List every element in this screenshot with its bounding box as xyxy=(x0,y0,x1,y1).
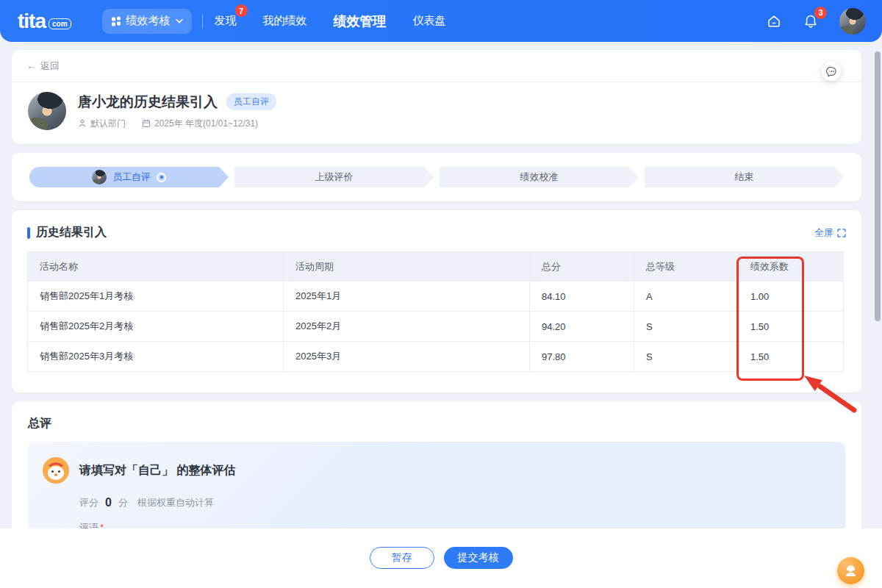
chevron-down-icon xyxy=(176,18,183,24)
history-results-table: 活动名称 活动周期 总分 总等级 绩效系数 销售部2025年1月考核 2025年… xyxy=(27,251,844,372)
back-button[interactable]: ← 返回 xyxy=(26,60,60,73)
score-row: 评分 0 分 根据权重自动计算 xyxy=(79,496,831,509)
score-label: 评分 xyxy=(79,496,98,509)
table-header-row: 活动名称 活动周期 总分 总等级 绩效系数 xyxy=(28,252,844,282)
app-switcher-label: 绩效考核 xyxy=(126,14,171,28)
mascot-icon xyxy=(43,457,69,484)
current-step-radio-icon xyxy=(157,173,166,182)
notifications-bell-icon[interactable]: 3 xyxy=(803,13,819,29)
overall-review-card: 总评 请填写对「自己」 的整体评估 评分 0 分 根据权重自动计算 评语* xyxy=(12,401,861,548)
chat-bubble-icon xyxy=(826,66,837,77)
header-divider xyxy=(202,14,203,29)
score-note: 根据权重自动计算 xyxy=(137,496,214,509)
col-performance-coefficient: 绩效系数 xyxy=(739,252,844,282)
period-meta: 2025年 年度(01/01~12/31) xyxy=(142,118,258,130)
nav-item-performance-management[interactable]: 绩效管理 xyxy=(334,12,387,30)
user-avatar[interactable] xyxy=(839,8,866,35)
step-self-evaluation[interactable]: 员工自评 xyxy=(29,167,229,187)
notifications-badge: 3 xyxy=(814,7,827,19)
home-icon[interactable] xyxy=(766,13,782,29)
profile-row: 唐小龙的历史结果引入 员工自评 默认部门 2025年 年度(01/01~12/3… xyxy=(12,82,861,130)
status-badge: 员工自评 xyxy=(226,93,276,110)
col-activity-period: 活动周期 xyxy=(284,252,530,282)
action-footer: 暂存 提交考核 xyxy=(0,528,882,588)
score-unit: 分 xyxy=(118,496,128,509)
save-draft-button[interactable]: 暂存 xyxy=(370,547,434,569)
top-navbar: tita com 绩效考核 发现 7 我的绩效 绩效管理 仪表盘 xyxy=(0,0,882,42)
header-right: 3 xyxy=(766,8,866,35)
meta-line: 默认部门 2025年 年度(01/01~12/31) xyxy=(78,118,276,130)
tita-logo[interactable]: tita com xyxy=(18,10,71,32)
title-accent-bar xyxy=(27,227,30,239)
step-finish[interactable]: 结束 xyxy=(645,167,844,187)
feedback-chat-button[interactable] xyxy=(822,62,841,81)
vertical-scrollbar-thumb[interactable] xyxy=(875,51,881,321)
evaluation-prompt: 请填写对「自己」 的整体评估 xyxy=(79,463,235,478)
back-row: ← 返回 xyxy=(12,50,861,82)
department-meta: 默认部门 xyxy=(78,118,126,130)
step-calibration[interactable]: 绩效校准 xyxy=(440,167,639,187)
app-switcher-button[interactable]: 绩效考核 xyxy=(102,9,192,34)
customer-support-button[interactable] xyxy=(837,557,864,584)
history-section-title: 历史结果引入 xyxy=(27,225,107,240)
col-activity-name: 活动名称 xyxy=(28,252,284,282)
table-row: 销售部2025年1月考核 2025年1月 84.10 A 1.00 xyxy=(28,282,844,312)
calendar-icon xyxy=(142,119,151,128)
nav-item-my-performance[interactable]: 我的绩效 xyxy=(263,14,307,28)
fullscreen-button[interactable]: 全屏 xyxy=(814,226,846,240)
discover-badge: 7 xyxy=(235,4,248,17)
workflow-steps: 员工自评 上级评价 绩效校准 结束 xyxy=(29,167,844,187)
step-manager-review[interactable]: 上级评价 xyxy=(234,167,434,187)
headset-icon xyxy=(843,563,858,578)
back-arrow-icon: ← xyxy=(26,60,36,71)
submit-review-button[interactable]: 提交考核 xyxy=(444,547,513,569)
summary-section-title: 总评 xyxy=(28,416,845,431)
back-label: 返回 xyxy=(40,60,60,73)
nav-item-dashboard[interactable]: 仪表盘 xyxy=(413,14,446,28)
table-row: 销售部2025年2月考核 2025年2月 94.20 S 1.50 xyxy=(28,312,844,342)
score-value: 0 xyxy=(105,496,112,509)
org-icon xyxy=(78,119,87,128)
step-avatar xyxy=(92,170,107,184)
page-title: 唐小龙的历史结果引入 xyxy=(78,93,218,112)
profile-card: ← 返回 唐小龙的历史结果引入 员工自评 默认部门 xyxy=(12,50,861,144)
logo-suffix: com xyxy=(49,18,71,29)
grid-icon xyxy=(111,16,121,26)
main-nav: 发现 7 我的绩效 绩效管理 仪表盘 xyxy=(215,12,446,30)
table-row: 销售部2025年3月考核 2025年3月 97.80 S 1.50 xyxy=(28,342,844,372)
workflow-stepper-card: 员工自评 上级评价 绩效校准 结束 xyxy=(12,153,861,201)
col-total-score: 总分 xyxy=(530,252,634,282)
profile-info: 唐小龙的历史结果引入 员工自评 默认部门 2025年 年度(01/01~12/3… xyxy=(78,93,276,130)
history-results-card: 历史结果引入 全屏 活动名称 活动周期 总分 总等级 绩效系数 销售部2025年… xyxy=(12,210,861,392)
fullscreen-icon xyxy=(837,229,846,237)
col-total-grade: 总等级 xyxy=(634,252,739,282)
logo-text: tita xyxy=(18,10,46,32)
nav-item-discover[interactable]: 发现 7 xyxy=(215,14,237,28)
employee-avatar xyxy=(28,92,66,130)
